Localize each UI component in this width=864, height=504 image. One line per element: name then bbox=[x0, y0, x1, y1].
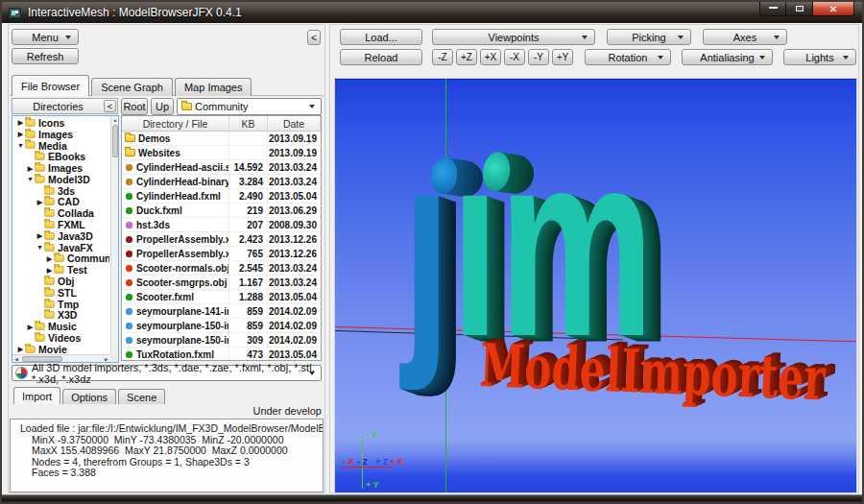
tree-item[interactable]: ▶ Images bbox=[13, 129, 109, 140]
tree-item-label: Community bbox=[67, 252, 109, 264]
tab[interactable]: Map Images bbox=[175, 78, 252, 96]
tree-item[interactable]: ▶ CAD bbox=[13, 197, 109, 208]
folder-icon bbox=[35, 324, 44, 330]
tree-item-label: 3ds bbox=[58, 185, 75, 197]
tree-arrow-icon[interactable]: ▶ bbox=[16, 119, 25, 126]
tree-item[interactable]: FXML bbox=[13, 219, 109, 230]
maximize-button[interactable] bbox=[786, 2, 812, 16]
file-date: 2013.03.24 bbox=[268, 160, 321, 174]
tab[interactable]: File Browser bbox=[12, 75, 89, 96]
tree-item[interactable]: ▼ Model3D bbox=[13, 174, 109, 185]
table-row[interactable]: Scooter-smgrps.obj 1.167 2013.03.24 bbox=[122, 276, 321, 290]
tree-item[interactable]: ▶ Images bbox=[13, 162, 109, 174]
title-bar[interactable]: InteractiveMesh : ModelBrowserJFX 0.4.1 … bbox=[2, 2, 862, 23]
tree-item[interactable]: Tmp bbox=[13, 299, 109, 310]
file-type-icon bbox=[126, 265, 132, 272]
collapse-left-panel-button[interactable]: < bbox=[307, 30, 321, 45]
importer-filter-combobox[interactable]: All 3D model importers, *.3ds, *.dae, *.… bbox=[12, 365, 322, 381]
axis-view-button[interactable]: -Y bbox=[528, 49, 549, 65]
tree-item[interactable]: X3D bbox=[13, 310, 109, 322]
tree-item-label: FXML bbox=[58, 219, 85, 230]
tree-item[interactable]: ▼ Media bbox=[13, 140, 109, 152]
table-row[interactable]: seymourplane-141-im.dae 859 2014.02.09 bbox=[122, 304, 321, 319]
close-button[interactable]: ✕ bbox=[812, 2, 854, 16]
tree-vscroll-thumb[interactable] bbox=[112, 125, 118, 157]
tree-arrow-icon[interactable]: ▶ bbox=[16, 131, 25, 137]
tree-item[interactable]: ▶ Music bbox=[13, 321, 109, 332]
tree-item[interactable]: ▶ Community bbox=[13, 253, 109, 265]
picking-menubutton[interactable]: Picking bbox=[607, 29, 691, 45]
tree-item-label: X3D bbox=[58, 309, 77, 321]
axis-view-button[interactable]: +Y bbox=[552, 49, 573, 65]
tree-item[interactable]: ▼ JavaFX bbox=[13, 242, 109, 253]
tree-vertical-scrollbar[interactable]: ▲ bbox=[110, 116, 118, 354]
axis-view-button[interactable]: +Z bbox=[456, 49, 477, 65]
collapse-directories-button[interactable]: < bbox=[104, 100, 116, 112]
file-name: Duck.fxml bbox=[136, 205, 182, 216]
axis-view-button[interactable]: +X bbox=[480, 49, 501, 65]
root-button[interactable]: Root bbox=[121, 98, 148, 115]
table-row[interactable]: seymourplane-150-im.zae 309 2014.02.09 bbox=[122, 333, 321, 348]
tab[interactable]: Scene Graph bbox=[91, 78, 173, 96]
tree-arrow-icon[interactable]: ▶ bbox=[26, 324, 35, 330]
tree-arrow-icon[interactable]: ▶ bbox=[45, 255, 54, 262]
tree-arrow-icon[interactable]: ▼ bbox=[16, 142, 25, 149]
table-row[interactable]: PropellerAssembly.x3d 2.423 2013.12.26 bbox=[122, 232, 321, 247]
table-row[interactable]: Websites 2013.09.19 bbox=[122, 146, 321, 160]
table-row[interactable]: CylinderHead.fxml 2.490 2013.05.04 bbox=[122, 189, 321, 204]
tree-arrow-icon[interactable]: ▶ bbox=[36, 199, 44, 205]
axis-view-button[interactable]: -X bbox=[504, 49, 525, 65]
table-row[interactable]: Duck.fxml 219 2013.06.29 bbox=[122, 204, 321, 218]
tree-item[interactable]: ▶ Java3D bbox=[13, 230, 109, 242]
tree-arrow-icon[interactable]: ▼ bbox=[26, 176, 35, 182]
tree-item[interactable]: ▶ Test bbox=[13, 264, 109, 276]
tree-item[interactable]: Collada bbox=[13, 207, 109, 219]
tree-arrow-icon[interactable]: ▼ bbox=[36, 244, 44, 251]
antialiasing-menubutton[interactable]: Antialiasing bbox=[682, 49, 773, 65]
load-button[interactable]: Load... bbox=[340, 29, 422, 45]
sub-tab[interactable]: Import bbox=[13, 387, 60, 404]
table-row[interactable]: PropellerAssembly.x3dz 765 2013.12.26 bbox=[122, 247, 321, 261]
file-date: 2014.02.09 bbox=[268, 319, 321, 332]
column-header-date[interactable]: Date bbox=[268, 116, 321, 131]
tree-arrow-icon[interactable]: ▶ bbox=[16, 346, 25, 352]
tree-arrow-icon[interactable]: ▶ bbox=[36, 232, 44, 239]
location-combobox[interactable]: Community bbox=[177, 98, 322, 115]
column-header-name[interactable]: Directory / File bbox=[122, 116, 229, 131]
tree-arrow-icon[interactable]: ▶ bbox=[26, 165, 35, 172]
table-row[interactable]: Scooter.fxml 1.288 2013.05.04 bbox=[122, 290, 321, 304]
lights-menubutton[interactable]: Lights bbox=[783, 49, 856, 65]
viewpoints-menubutton[interactable]: Viewpoints bbox=[432, 29, 595, 45]
3d-viewport[interactable]: ȷım ModelImporter - Y - X - Z + Z + X + … bbox=[334, 78, 857, 493]
tree-item[interactable]: Videos bbox=[13, 332, 109, 344]
axis-view-button[interactable]: -Z bbox=[432, 49, 453, 65]
sub-tab[interactable]: Options bbox=[62, 389, 116, 404]
legend-pos-z: + Z bbox=[375, 458, 388, 467]
tree-item-label: Videos bbox=[48, 332, 81, 344]
table-row[interactable]: hst.3ds 207 2008.09.30 bbox=[122, 218, 321, 232]
tree-item[interactable]: STL bbox=[13, 287, 109, 299]
table-row[interactable]: Demos 2013.09.19 bbox=[122, 132, 321, 146]
table-row[interactable]: CylinderHead-ascii.stl 14.592 2013.03.24 bbox=[122, 160, 321, 175]
tree-item[interactable]: ▶ Movie bbox=[13, 344, 109, 353]
reload-button[interactable]: Reload bbox=[340, 49, 422, 65]
tree-item[interactable]: Obj bbox=[13, 276, 109, 287]
minimize-button[interactable] bbox=[759, 2, 786, 16]
table-row[interactable]: TuxRotation.fxml 473 2013.05.04 bbox=[122, 348, 321, 361]
table-row[interactable]: Scooter-normals.obj 2.545 2013.03.24 bbox=[122, 261, 321, 276]
tree-arrow-icon[interactable]: ▶ bbox=[45, 267, 54, 274]
axes-menubutton[interactable]: Axes bbox=[703, 29, 787, 45]
table-row[interactable]: CylinderHead-binary.stl 3.284 2013.03.24 bbox=[122, 175, 321, 189]
tree-item[interactable]: ▶ Icons bbox=[13, 117, 109, 129]
file-name: seymourplane-150-im.zae bbox=[136, 335, 229, 346]
tree-item[interactable]: 3ds bbox=[13, 185, 109, 197]
tree-item[interactable]: EBooks bbox=[13, 151, 109, 162]
rotation-menubutton[interactable]: Rotation bbox=[585, 49, 671, 65]
chevron-down-icon bbox=[759, 56, 765, 60]
refresh-button[interactable]: Refresh bbox=[12, 48, 79, 64]
sub-tab[interactable]: Scene bbox=[118, 389, 165, 404]
up-button[interactable]: Up bbox=[151, 98, 174, 115]
menu-button[interactable]: Menu bbox=[12, 29, 79, 45]
table-row[interactable]: seymourplane-150-im.dae 859 2014.02.09 bbox=[122, 319, 321, 333]
column-header-kb[interactable]: KB bbox=[229, 116, 268, 131]
